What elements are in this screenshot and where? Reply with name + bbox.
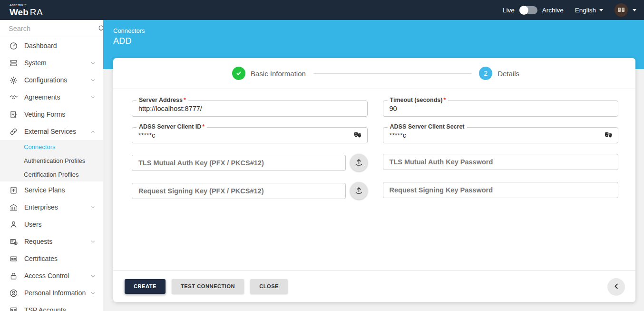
chevron-down-icon — [90, 60, 96, 66]
sidebar-item-requests[interactable]: Requests — [0, 233, 103, 250]
chevron-down-icon — [90, 205, 96, 210]
chevron-down-icon — [90, 78, 96, 83]
timeout-label: Timeout (seconds)* — [388, 97, 449, 103]
caret-down-icon — [599, 9, 603, 11]
step-details[interactable]: 2 Details — [479, 67, 519, 80]
sidebar-item-agreements[interactable]: Agreements — [0, 89, 103, 106]
topbar: Ascertia™ WebRA Live Archive English — [0, 0, 644, 20]
server-address-label: Server Address* — [137, 97, 188, 103]
sidebar-menu-bottom: Service PlansEnterprisesUsersRequestsCer… — [0, 181, 103, 311]
toggle-knob — [519, 6, 528, 15]
brand-logo[interactable]: Ascertia™ WebRA — [10, 3, 43, 17]
signing-password-field[interactable]: Request Signing Key Password — [383, 182, 619, 198]
signing-key-upload-button[interactable] — [350, 182, 368, 200]
sidebar-item-label: Users — [24, 221, 96, 228]
certificates-icon — [9, 254, 18, 263]
sidebar-item-personal-information[interactable]: Personal Information — [0, 284, 103, 301]
service-plans-icon — [9, 186, 18, 195]
sidebar-item-label: Agreements — [24, 93, 90, 101]
sidebar-item-label: Vetting Forms — [24, 110, 96, 118]
tls-password-placeholder: TLS Mutual Auth Key Password — [383, 154, 618, 170]
sidebar-item-enterprises[interactable]: Enterprises — [0, 199, 103, 216]
sidebar-item-access-control[interactable]: Access Control — [0, 267, 103, 284]
client-id-label: ADSS Server Client ID* — [137, 123, 207, 130]
form-footer: CREATE TEST CONNECTION CLOSE — [113, 270, 635, 302]
signing-key-field[interactable]: Request Signing Key (PFX / PKCS#12) — [132, 183, 346, 199]
chevron-up-icon — [90, 129, 96, 134]
tls-key-row: TLS Mutual Auth Key (PFX / PKCS#12) — [132, 154, 368, 171]
sidebar-item-service-plans[interactable]: Service Plans — [0, 181, 103, 199]
signing-key-row: Request Signing Key (PFX / PKCS#12) — [132, 182, 368, 200]
sidebar-item-label: System — [24, 59, 90, 67]
search-input[interactable] — [9, 25, 98, 32]
app-window: Ascertia™ WebRA Live Archive English Das… — [0, 0, 644, 311]
masks-icon[interactable] — [604, 131, 613, 140]
topbar-right: Live Archive English — [503, 3, 636, 17]
sidebar-item-users[interactable]: Users — [0, 216, 103, 233]
vetting-forms-icon — [9, 110, 18, 119]
close-button[interactable]: CLOSE — [250, 279, 288, 294]
sidebar-item-tsp-accounts[interactable]: TSP Accounts — [0, 301, 103, 311]
timeout-field[interactable]: Timeout (seconds)* 90 — [383, 100, 619, 117]
main-content: Connectors ADD Basic Information 2 Detai… — [103, 20, 644, 311]
client-id-field[interactable]: ADSS Server Client ID* *****c — [132, 127, 368, 143]
avatar[interactable] — [615, 3, 628, 17]
sidebar-item-dashboard[interactable]: Dashboard — [0, 37, 103, 54]
sidebar-subitem-authentication-profiles[interactable]: Authentication Profiles — [0, 154, 103, 168]
sidebar-item-label: Enterprises — [24, 203, 90, 211]
stepper-connector-line — [313, 73, 471, 74]
system-icon — [9, 59, 18, 68]
chevron-left-icon — [612, 282, 621, 292]
details-form: Server Address* http://localhost:8777/ T… — [113, 89, 635, 200]
required-asterisk: * — [184, 97, 186, 103]
client-secret-field[interactable]: ADSS Server Client Secret *****c — [383, 127, 619, 143]
avatar-image — [617, 7, 625, 13]
previous-step-button[interactable] — [607, 278, 625, 296]
sidebar-item-label: Certificates — [24, 255, 96, 262]
required-asterisk: * — [202, 123, 205, 130]
dashboard-icon — [9, 41, 18, 50]
step2-label: Details — [498, 70, 519, 78]
sidebar-item-label: Configurations — [24, 76, 90, 84]
language-selector[interactable]: English — [575, 7, 603, 14]
tls-key-field[interactable]: TLS Mutual Auth Key (PFX / PKCS#12) — [132, 155, 346, 171]
sidebar-item-label: Personal Information — [24, 289, 90, 297]
test-connection-button[interactable]: TEST CONNECTION — [172, 279, 244, 294]
client-secret-label: ADSS Server Client Secret — [388, 123, 467, 130]
signing-password-placeholder: Request Signing Key Password — [383, 182, 618, 198]
connector-form-card: Basic Information 2 Details Server Addre… — [113, 58, 635, 302]
step-basic-information[interactable]: Basic Information — [232, 67, 306, 80]
create-button[interactable]: CREATE — [125, 279, 166, 294]
upload-icon — [354, 158, 363, 168]
server-address-field[interactable]: Server Address* http://localhost:8777/ — [132, 100, 368, 117]
sidebar-search — [0, 20, 103, 37]
sidebar-item-label: Service Plans — [24, 186, 96, 194]
sidebar-item-vetting-forms[interactable]: Vetting Forms — [0, 106, 103, 123]
sidebar-subitem-certification-profiles[interactable]: Certification Profiles — [0, 168, 103, 181]
sidebar-subitem-connectors[interactable]: Connectors — [0, 140, 103, 154]
live-archive-toggle[interactable] — [519, 6, 537, 14]
search-icon[interactable] — [98, 24, 103, 32]
sidebar-item-external-services[interactable]: External Services — [0, 123, 103, 140]
chevron-down-icon — [90, 291, 96, 296]
sidebar-item-certificates[interactable]: Certificates — [0, 250, 103, 267]
tls-password-field[interactable]: TLS Mutual Auth Key Password — [383, 154, 619, 170]
sidebar: DashboardSystemConfigurationsAgreementsV… — [0, 20, 103, 311]
tls-key-upload-button[interactable] — [350, 154, 368, 171]
tls-key-placeholder: TLS Mutual Auth Key (PFX / PKCS#12) — [132, 155, 345, 171]
link-icon — [9, 127, 18, 136]
sidebar-item-label: Requests — [24, 238, 90, 245]
sidebar-item-system[interactable]: System — [0, 54, 103, 71]
archive-label: Archive — [542, 7, 564, 14]
breadcrumb[interactable]: Connectors — [113, 27, 644, 34]
person-circle-icon — [9, 289, 18, 298]
live-label: Live — [503, 7, 515, 14]
masks-icon[interactable] — [353, 131, 362, 140]
sidebar-item-configurations[interactable]: Configurations — [0, 71, 103, 89]
sidebar-item-label: Dashboard — [24, 42, 96, 50]
signing-key-placeholder: Request Signing Key (PFX / PKCS#12) — [132, 183, 345, 199]
gear-icon — [9, 76, 18, 85]
brand-product: WebRA — [10, 8, 43, 17]
user-menu-caret-icon[interactable] — [633, 9, 636, 11]
step1-label: Basic Information — [251, 70, 306, 78]
